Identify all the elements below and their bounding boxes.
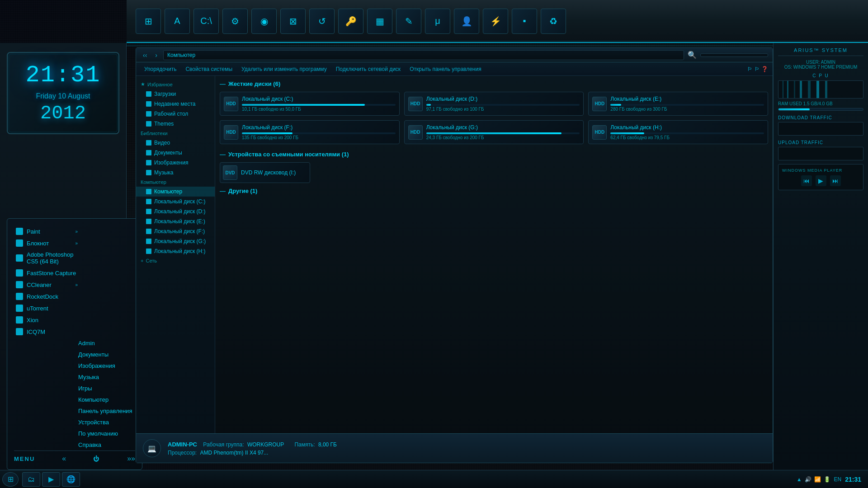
media-prev-btn[interactable]: ⏮ (801, 175, 812, 186)
disk-c-icon (146, 199, 151, 204)
menu-item-notepad[interactable]: Блокнот » (14, 237, 80, 249)
menu-item-utorrent[interactable]: uTorrent (14, 302, 80, 314)
fm-sidebar-video[interactable]: Видео (136, 138, 215, 148)
toolbar-btn-adobe[interactable]: A (165, 9, 190, 34)
fm-back-btn[interactable]: ‹‹ (141, 51, 149, 60)
taskbar-tray-icons: ▲ 🔊 📶 🔋 (797, 476, 830, 483)
toolbar-btn-square[interactable]: ▪ (512, 9, 537, 34)
fm-sidebar-f[interactable]: Локальный диск (F:) (136, 226, 215, 236)
fm-search-bar[interactable] (700, 53, 768, 57)
disk-h-item[interactable]: HDD Локальный диск (H:) 62,4 ГБ свободно… (588, 120, 768, 144)
fm-sidebar-computer-root[interactable]: Компьютер (136, 187, 215, 197)
fm-sidebar-desktop[interactable]: Рабочий стол (136, 109, 215, 119)
power-btn[interactable]: ⏻ (93, 455, 100, 462)
toolbar-btn-explorer[interactable]: C:\ (193, 9, 219, 34)
disk-d-icon (146, 209, 151, 214)
fm-sys-props-btn[interactable]: Свойства системы (182, 65, 236, 74)
disk-f-info: Локальный диск (F:) 135 ГБ свободно из 2… (242, 124, 396, 140)
taskbar-lang[interactable]: EN (834, 476, 842, 483)
toolbar-btn-recycle[interactable]: ♻ (541, 9, 566, 34)
desktop-icon (146, 111, 151, 117)
toolbar-btn-power[interactable]: ◉ (251, 9, 277, 34)
menu-right-defaults[interactable]: По умолчанию (76, 428, 135, 439)
disk-e-item[interactable]: HDD Локальный диск (E:) 280 ГБ свободно … (588, 92, 768, 116)
menu-item-rocketdock[interactable]: RocketDock (14, 291, 80, 302)
docs-icon (146, 150, 151, 155)
tray-icon-battery: 🔋 (824, 476, 830, 483)
disk-d-item[interactable]: HDD Локальный диск (D:) 97,1 ГБ свободно… (404, 92, 584, 116)
taskbar-start-btn[interactable]: ⊞ (2, 472, 19, 487)
fm-sidebar-music[interactable]: Музыка (136, 168, 215, 178)
top-toolbar: ⊞ A C:\ ⚙ ◉ ⊠ ↺ 🔑 ▦ ✎ μ 👤 ⚡ ▪ ♻ (127, 0, 868, 43)
toolbar-btn-grid[interactable]: ▦ (367, 9, 392, 34)
hdd-g-icon: HDD (408, 125, 423, 140)
recent-icon (146, 101, 151, 107)
disk-c-item[interactable]: HDD Локальный диск (C:) 10,1 ГБ свободно… (220, 92, 400, 116)
fm-forward-btn[interactable]: › (153, 51, 160, 60)
menu-item-faststone[interactable]: FastStone Capture (14, 267, 80, 279)
taskbar-item-browser[interactable]: 🌐 (62, 472, 80, 487)
hdd-d-icon: HDD (408, 97, 423, 111)
ram-progress-bar (778, 108, 863, 111)
fm-sidebar-c[interactable]: Локальный диск (C:) (136, 197, 215, 206)
hdd-e-icon: HDD (592, 97, 607, 111)
menu-right-docs[interactable]: Документы (76, 349, 135, 360)
fm-organize-btn[interactable]: Упорядочить (141, 65, 180, 74)
menu-right-images[interactable]: Изображения (76, 360, 135, 371)
clock-day: Friday 10 August (17, 92, 109, 100)
fm-address-bar[interactable]: Компьютер (163, 50, 684, 60)
menu-item-ccleaner[interactable]: CCleaner » (14, 279, 80, 291)
menu-right-computer[interactable]: Компьютер (76, 394, 135, 405)
disk-f-item[interactable]: HDD Локальный диск (F:) 135 ГБ свободно … (220, 120, 400, 144)
fm-sidebar-d[interactable]: Локальный диск (D:) (136, 206, 215, 216)
toolbar-btn-refresh[interactable]: ↺ (309, 9, 335, 34)
taskbar-item-media[interactable]: ▶ (42, 472, 60, 487)
toolbar-btn-settings[interactable]: ⚙ (222, 9, 248, 34)
menu-item-paint[interactable]: Paint » (14, 225, 80, 237)
menu-right-admin[interactable]: Admin (76, 338, 135, 349)
fm-sidebar-g[interactable]: Локальный диск (G:) (136, 236, 215, 246)
fm-sidebar-docs[interactable]: Документы (136, 148, 215, 158)
fm-control-panel-btn[interactable]: Открыть панель управления (406, 65, 485, 74)
media-play-btn[interactable]: ▶ (816, 175, 826, 186)
menu-right-games[interactable]: Игры (76, 383, 135, 394)
menu-item-xion[interactable]: Xion (14, 314, 80, 326)
fm-map-drive-btn[interactable]: Подключить сетевой диск (332, 65, 404, 74)
toolbar-btn-edit[interactable]: ✎ (396, 9, 421, 34)
themes-icon (146, 121, 151, 127)
menu-right-help[interactable]: Справка (76, 439, 135, 450)
disk-g-info: Локальный диск (G:) 24,3 ГБ свободно из … (426, 124, 580, 140)
disk-g-item[interactable]: HDD Локальный диск (G:) 24,3 ГБ свободно… (404, 120, 584, 144)
fm-sidebar-downloads[interactable]: Загрузки (136, 89, 215, 99)
paint-icon (16, 228, 23, 235)
menu-item-photoshop[interactable]: Adobe Photoshop CS5 (64 Bit) (14, 249, 80, 267)
dvd-item[interactable]: DVD DVD RW дисковод (I:) (220, 162, 310, 183)
fm-sidebar-e[interactable]: Локальный диск (E:) (136, 216, 215, 226)
toolbar-btn-rss[interactable]: ⊠ (280, 9, 306, 34)
images-icon (146, 160, 151, 165)
xion-icon (16, 316, 23, 324)
toolbar-btn-key[interactable]: 🔑 (338, 9, 363, 34)
toolbar-btn-mu[interactable]: μ (425, 9, 450, 34)
toolbar-btn-start[interactable]: ⊞ (136, 9, 161, 34)
menu-right-music[interactable]: Музыка (76, 371, 135, 383)
menu-right-devices[interactable]: Устройства (76, 417, 135, 428)
menu-right-control-panel[interactable]: Панель управления (76, 405, 135, 417)
fm-sidebar-h[interactable]: Локальный диск (H:) (136, 246, 215, 256)
fm-computer-header: Компьютер (136, 178, 215, 187)
media-title: WINDOWS MEDIA PLAYER (782, 168, 859, 173)
media-next-btn[interactable]: ⏭ (830, 175, 841, 186)
disk-f-icon (146, 229, 151, 234)
fm-sidebar-recent[interactable]: Недавние места (136, 99, 215, 109)
fm-sidebar-images[interactable]: Изображения (136, 158, 215, 168)
menu-item-icq[interactable]: ICQ7M (14, 326, 80, 338)
fm-flags: 🏳 🏳 ❓ (747, 66, 768, 72)
taskbar-item-explorer[interactable]: 🗂 (22, 472, 40, 487)
toolbar-btn-user[interactable]: 👤 (454, 9, 479, 34)
cpu-graph-line (778, 81, 863, 98)
fm-sidebar-themes[interactable]: Themes (136, 119, 215, 129)
start-menu-left: Paint » Блокнот » Adobe Photoshop CS5 (6… (14, 225, 80, 338)
fm-uninstall-btn[interactable]: Удалить или изменить программу (238, 65, 330, 74)
toolbar-btn-bolt[interactable]: ⚡ (483, 9, 508, 34)
disk-h-icon (146, 249, 151, 254)
